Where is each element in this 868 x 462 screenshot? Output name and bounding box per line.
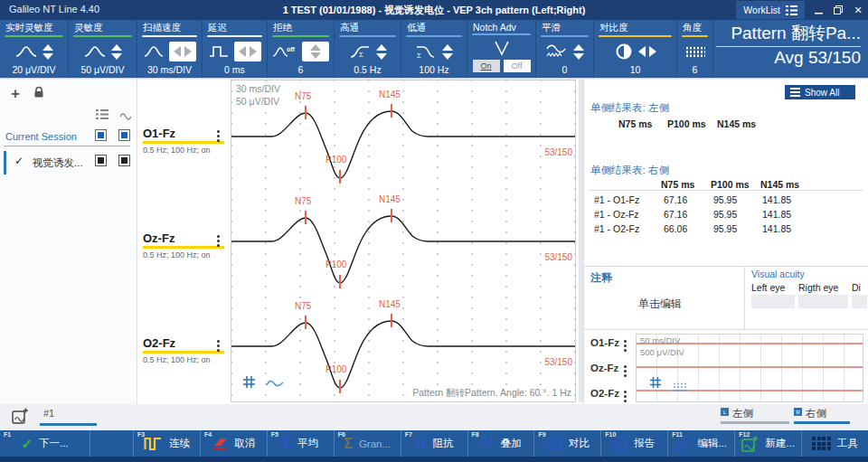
report-icon	[614, 436, 627, 451]
current-session-label: Current Session	[5, 131, 77, 142]
svg-text:Σ: Σ	[417, 52, 421, 59]
grid-toggle-icon[interactable]	[242, 375, 256, 392]
divider	[4, 146, 130, 146]
sensitivity-spinner[interactable]	[111, 44, 122, 60]
marker-label-n75: N75	[295, 196, 311, 206]
marker-tick-n145[interactable]	[391, 104, 392, 118]
grand-average-button: F6 Σ Gran...	[335, 430, 401, 457]
marker-label-n145: N145	[379, 90, 401, 99]
average-count: 53/150	[544, 147, 572, 157]
session-table-checkbox[interactable]	[95, 129, 107, 141]
divider	[584, 266, 868, 267]
highpass-filter-icon: Σ	[349, 44, 371, 59]
tab-trace-1[interactable]: #1	[40, 408, 97, 419]
new-trace-tab-icon[interactable]	[12, 408, 29, 429]
trace-oz-fz[interactable]: N75 P100 N145 53/150	[231, 187, 576, 301]
show-all-button[interactable]: Show All	[785, 85, 855, 99]
tools-button[interactable]: 工具	[802, 430, 868, 457]
impedance-button[interactable]: F7 Ω 阻抗	[401, 430, 468, 457]
continuous-button[interactable]: F3 连续	[134, 430, 201, 457]
mini-dots-mode-icon[interactable]	[673, 379, 686, 395]
table-view-icon[interactable]	[96, 107, 108, 123]
mini-channel-o2: O2-Fz	[590, 388, 619, 399]
channel-menu-oz[interactable]	[217, 233, 220, 249]
reject-spinner[interactable]	[302, 42, 329, 61]
minimize-button[interactable]	[808, 0, 828, 20]
annotation-title: 注释	[590, 270, 612, 286]
panel-contrast: 对比度 10	[594, 20, 677, 78]
left-badge: L	[721, 408, 729, 416]
marker-tick-n145[interactable]	[391, 314, 392, 327]
marker-tick-n75[interactable]	[305, 106, 307, 119]
tab-strip: #1 L 左侧 R 右侧	[0, 404, 868, 430]
reject-off-icon: off	[272, 44, 297, 59]
marker-tick-n145[interactable]	[391, 209, 392, 222]
trace-o1-fz[interactable]: N75 P100 N145 53/150	[231, 82, 576, 196]
empty-slot	[90, 430, 134, 457]
mini-channel-menu-oz[interactable]	[624, 363, 627, 379]
overlay-button[interactable]: F8 叠加	[468, 430, 535, 457]
title-bar: Galileo NT Line 4.40 1 TEST (01/01/1988)…	[0, 0, 868, 20]
speed-spinner[interactable]	[169, 42, 196, 61]
marker-tick-n75[interactable]	[305, 316, 307, 329]
sensitivity-spinner[interactable]	[42, 44, 53, 60]
wave-view-icon[interactable]	[119, 108, 132, 124]
annotation-edit-area[interactable]: 单击编辑	[638, 297, 682, 312]
mini-channel-menu-o2[interactable]	[624, 389, 627, 404]
list-icon	[786, 5, 797, 15]
raw-signal-chart[interactable]: 50 ms/DIV 500 μV/DIV	[636, 334, 863, 402]
add-icon[interactable]: +	[11, 85, 20, 103]
marker-tick-n75[interactable]	[305, 211, 307, 224]
close-button[interactable]: ✕	[848, 0, 868, 20]
highpass-spinner[interactable]	[376, 44, 387, 60]
next-button[interactable]: F1 ✓ 下一...	[0, 430, 90, 457]
channel-menu-o2[interactable]	[217, 338, 220, 354]
marker-label-p100: P100	[326, 155, 346, 165]
marker-label-n145: N145	[379, 299, 401, 309]
restore-button[interactable]	[828, 0, 848, 20]
wave-mode-icon[interactable]	[266, 376, 284, 392]
session-item-label: 视觉诱发...	[33, 156, 83, 170]
va-left-input[interactable]	[751, 295, 795, 308]
item-table-checkbox[interactable]	[95, 155, 107, 166]
report-button[interactable]: F10 报告	[601, 430, 668, 457]
contrast-arrows[interactable]	[638, 46, 656, 57]
panel-smoothing: 平滑 0	[536, 20, 594, 78]
lock-icon[interactable]	[33, 86, 45, 102]
new-trace-button[interactable]: F12 新建...	[735, 430, 802, 457]
row-label: #1 - O1-Fz	[594, 194, 639, 205]
channel-menu-o1[interactable]	[217, 128, 220, 144]
cancel-button[interactable]: F4 取消	[201, 430, 268, 457]
notch-on-button[interactable]: On	[473, 60, 500, 72]
average-button[interactable]: F5 Σ 平均	[268, 430, 335, 457]
marker-tick-p100[interactable]	[339, 380, 341, 393]
session-wave-checkbox[interactable]	[118, 129, 130, 141]
waveform-chart[interactable]: 30 ms/DIV 50 μV/DIV N75 P100 N145 53/150…	[231, 80, 576, 402]
compare-button[interactable]: F9 对比	[534, 430, 601, 457]
marker-tick-p100[interactable]	[339, 170, 341, 184]
contrast-icon	[615, 42, 633, 61]
delay-spinner[interactable]	[234, 42, 261, 61]
smoothing-spinner[interactable]	[573, 44, 584, 60]
worklist-label: WorkList	[743, 5, 780, 15]
va-right-input[interactable]	[798, 295, 848, 308]
notch-off-button[interactable]: Off	[504, 60, 531, 72]
edit-button[interactable]: F11 编辑...	[668, 430, 735, 457]
worklist-button[interactable]: WorkList	[736, 1, 805, 19]
marker-tick-p100[interactable]	[339, 275, 341, 288]
panel-highpass: 高通 Σ 0.5 Hz	[335, 20, 401, 78]
item-wave-checkbox[interactable]	[118, 155, 130, 166]
pulse-icon	[209, 44, 229, 59]
lowpass-spinner[interactable]	[442, 44, 453, 60]
mini-grid-icon[interactable]	[649, 376, 662, 392]
tools-grid-icon	[812, 437, 831, 450]
va-diff-input[interactable]	[852, 295, 867, 308]
new-chart-icon	[741, 436, 759, 452]
mini-channel-menu-o1[interactable]	[624, 338, 627, 354]
session-item-vep[interactable]: ✓ 视觉诱发...	[4, 151, 134, 174]
sigma-icon: Σ	[282, 437, 291, 451]
angle-grid-icon[interactable]	[685, 46, 705, 58]
divider	[744, 266, 745, 329]
overlay-waves-icon	[480, 436, 495, 451]
divider	[589, 190, 863, 191]
